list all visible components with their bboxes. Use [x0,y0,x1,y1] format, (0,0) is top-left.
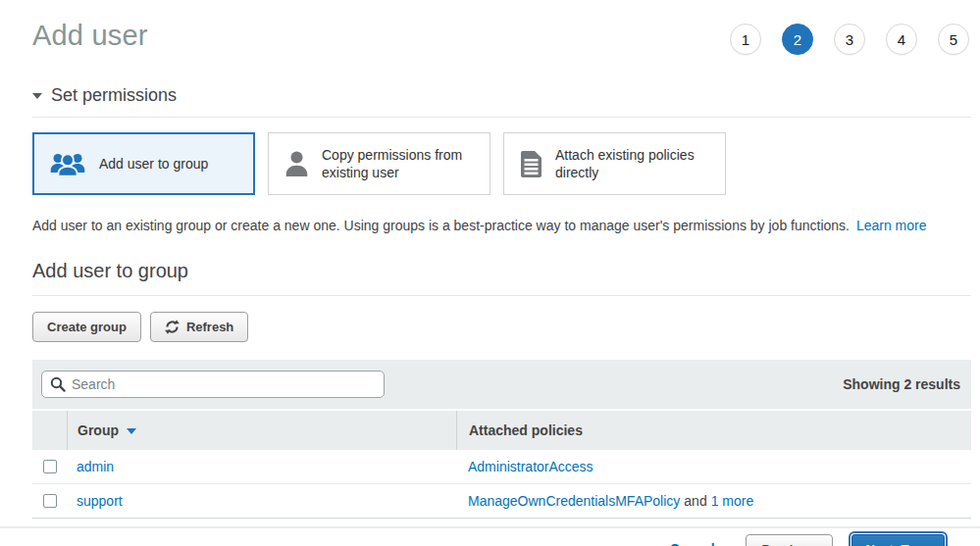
wizard-footer: Cancel Previous Next: Tags [0,526,980,546]
cancel-link[interactable]: Cancel [670,541,715,546]
wizard-steps: 1 2 3 4 5 [730,24,969,55]
search-box [41,371,385,398]
step-4[interactable]: 4 [886,24,917,55]
groups-table: Showing 2 results Group Attached policie… [32,360,971,519]
policy-link[interactable]: AdministratorAccess [468,459,593,474]
group-cell: admin [67,459,456,474]
card-attach-policies[interactable]: Attach existing policies directly [503,132,726,195]
table-header-row: Group Attached policies [32,411,971,450]
group-section-title: Add user to group [32,260,971,282]
user-group-icon [48,150,87,177]
card-label: Copy permissions from existing user [322,146,479,181]
group-actions: Create group Refresh [32,312,971,342]
refresh-icon [165,320,180,334]
create-group-label: Create group [47,320,127,334]
card-label: Add user to group [99,155,208,173]
table-row: admin AdministratorAccess [32,450,971,484]
refresh-label: Refresh [186,320,233,334]
policy-document-icon [519,150,543,178]
section-description: Add user to an existing group or create … [32,218,971,233]
card-copy-permissions[interactable]: Copy permissions from existing user [268,132,490,195]
set-permissions-toggle[interactable]: Set permissions [32,85,971,106]
row-checkbox[interactable] [43,460,57,473]
previous-button[interactable]: Previous [746,534,833,546]
search-input[interactable] [41,371,385,398]
group-header-label: Group [77,422,119,438]
refresh-button[interactable]: Refresh [150,312,248,342]
divider [32,295,971,296]
next-tags-button[interactable]: Next: Tags [851,534,946,546]
policies-header-label: Attached policies [469,422,583,438]
policy-suffix: and [684,493,706,509]
policies-cell: AdministratorAccess [456,459,971,474]
policy-link[interactable]: ManageOwnCredentialsMFAPolicy [468,493,680,509]
page-header: Add user 1 2 3 4 5 [32,0,971,55]
description-text: Add user to an existing group or create … [32,218,850,233]
row-checkbox-cell [32,460,67,473]
step-5[interactable]: 5 [938,24,969,55]
select-all-cell [32,411,67,450]
step-3[interactable]: 3 [834,24,865,55]
attached-policies-column-header: Attached policies [456,411,971,450]
card-label: Attach existing policies directly [555,146,712,181]
policies-cell: ManageOwnCredentialsMFAPolicy and 1 more [456,493,971,509]
page-title: Add user [32,20,148,52]
collapse-triangle-icon [32,93,42,99]
group-column-header[interactable]: Group [67,411,456,450]
step-2-active[interactable]: 2 [782,24,813,55]
group-link[interactable]: support [77,493,123,509]
sort-descending-icon [127,428,136,434]
table-row: support ManageOwnCredentialsMFAPolicy an… [32,484,971,519]
set-permissions-title: Set permissions [51,85,177,106]
group-link[interactable]: admin [77,459,114,474]
step-1[interactable]: 1 [730,24,761,55]
search-icon [50,376,66,392]
divider [32,117,971,118]
row-checkbox-cell [32,494,67,508]
permission-option-cards: Add user to group Copy permissions from … [32,132,971,195]
group-cell: support [67,493,456,509]
table-toolbar: Showing 2 results [32,360,971,409]
card-add-user-to-group[interactable]: Add user to group [32,132,255,195]
create-group-button[interactable]: Create group [32,312,141,342]
more-policies-link[interactable]: 1 more [711,493,754,509]
row-checkbox[interactable] [43,494,57,508]
single-user-icon [284,150,310,177]
learn-more-link[interactable]: Learn more [856,218,927,233]
results-count: Showing 2 results [843,376,960,392]
